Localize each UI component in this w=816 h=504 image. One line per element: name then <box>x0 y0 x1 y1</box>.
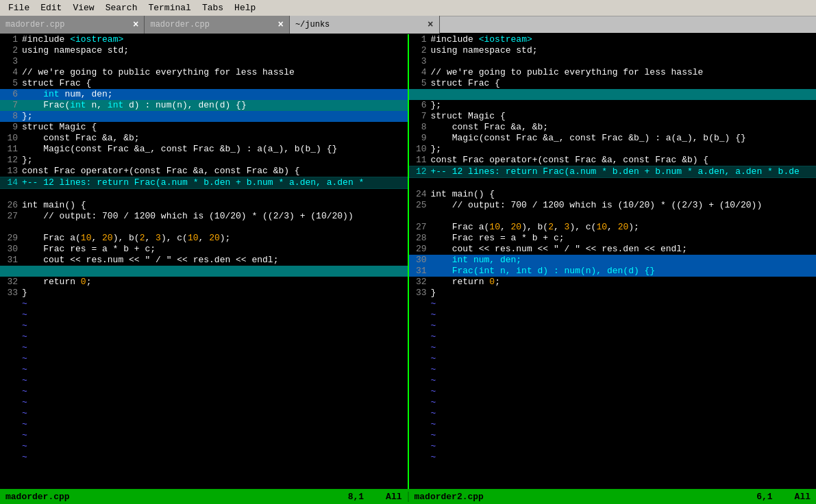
table-row: 3 <box>0 56 408 67</box>
table-row: ~ <box>409 419 817 430</box>
table-row: 10 const Frac &a, &b; <box>0 133 408 144</box>
table-row: ~ <box>409 430 817 441</box>
left-mode: All <box>386 492 401 502</box>
menu-help[interactable]: Help <box>229 1 261 14</box>
table-row: ~ <box>409 375 817 386</box>
left-status: madorder.cpp 8,1 All <box>0 492 409 502</box>
table-row <box>0 266 408 277</box>
table-row: ~ <box>0 408 408 419</box>
table-row: 13const Frac operator+(const Frac &a, co… <box>0 166 408 177</box>
table-row <box>409 211 817 222</box>
menu-view[interactable]: View <box>67 1 99 14</box>
table-row <box>409 178 817 189</box>
table-row: 11 Magic(const Frac &a_, const Frac &b_)… <box>0 144 408 155</box>
table-row: 31 Frac(int n, int d) : num(n), den(d) {… <box>409 266 817 277</box>
tab-2-close[interactable]: × <box>277 20 283 29</box>
table-row: 12+-- 12 lines: return Frac(a.num * b.de… <box>409 166 817 178</box>
right-code-area[interactable]: 1#include <iostream> 2using namespace st… <box>409 34 817 489</box>
menu-edit[interactable]: Edit <box>35 1 67 14</box>
table-row: ~ <box>0 375 408 386</box>
left-pos-spacer: 8,1 <box>348 492 364 502</box>
tab-3[interactable]: ~/junks × <box>290 16 440 34</box>
right-status: madorder2.cpp 6,1 All <box>409 492 817 502</box>
tab-2-title: madorder.cpp <box>150 20 273 29</box>
table-row: 2using namespace std; <box>409 45 817 56</box>
table-row: 14+-- 12 lines: return Frac(a.num * b.de… <box>0 177 408 189</box>
tab-1[interactable]: madorder.cpp × <box>0 16 145 34</box>
right-pane: 1#include <iostream> 2using namespace st… <box>409 34 817 489</box>
left-pane: 1#include <iostream> 2using namespace st… <box>0 34 409 489</box>
right-pos-spacer: 6,1 <box>756 492 772 502</box>
table-row: ~ <box>409 397 817 408</box>
table-row: 4// we're going to public everything for… <box>409 67 817 78</box>
table-row: ~ <box>409 386 817 397</box>
table-row: 32 return 0; <box>0 277 408 288</box>
left-code-area[interactable]: 1#include <iostream> 2using namespace st… <box>0 34 408 489</box>
tab-1-close[interactable]: × <box>133 20 138 29</box>
table-row: ~ <box>409 353 817 364</box>
table-row: 5struct Frac { <box>0 78 408 89</box>
table-row: 27 // output: 700 / 1200 which is (10/20… <box>0 211 408 222</box>
table-row: ~ <box>409 342 817 353</box>
table-row: 29 cout << res.num << " / " << res.den <… <box>409 244 817 255</box>
table-row <box>0 189 408 200</box>
table-row: 32 return 0; <box>409 277 817 288</box>
table-row: ~ <box>0 342 408 353</box>
table-row: 33} <box>0 288 408 299</box>
table-row: 31 cout << res.num << " / " << res.den <… <box>0 255 408 266</box>
menu-search[interactable]: Search <box>100 1 143 14</box>
table-row: ~ <box>409 441 817 452</box>
left-filename: madorder.cpp <box>5 492 70 502</box>
table-row: 33} <box>409 288 817 299</box>
table-row: 30 Frac res = a * b + c; <box>0 244 408 255</box>
table-row: 29 Frac a(10, 20), b(2, 3), c(10, 20); <box>0 233 408 244</box>
table-row: 1#include <iostream> <box>409 34 817 45</box>
table-row: 25 // output: 700 / 1200 which is (10/20… <box>409 200 817 211</box>
table-row: 8}; <box>0 111 408 122</box>
table-row: 7struct Magic { <box>409 111 817 122</box>
tab-1-title: madorder.cpp <box>5 20 129 29</box>
table-row: 12}; <box>0 155 408 166</box>
table-row <box>0 222 408 233</box>
table-row: ~ <box>0 310 408 320</box>
table-row: ~ <box>0 419 408 430</box>
menubar: File Edit View Search Terminal Tabs Help <box>0 0 816 16</box>
table-row: 28 Frac res = a * b + c; <box>409 233 817 244</box>
tab-3-title: ~/junks <box>295 20 423 29</box>
table-row: ~ <box>409 452 817 463</box>
table-row: ~ <box>409 331 817 342</box>
table-row: ~ <box>0 364 408 375</box>
tabbar: madorder.cpp × madorder.cpp × ~/junks × <box>0 16 816 34</box>
table-row: ~ <box>409 310 817 320</box>
table-row: ~ <box>409 299 817 310</box>
menu-file[interactable]: File <box>3 1 35 14</box>
table-row: ~ <box>0 397 408 408</box>
editor-container: 1#include <iostream> 2using namespace st… <box>0 34 816 489</box>
table-row: ~ <box>409 320 817 331</box>
table-row: ~ <box>0 386 408 397</box>
menu-tabs[interactable]: Tabs <box>197 1 229 14</box>
table-row: 9 Magic(const Frac &a_, const Frac &b_) … <box>409 133 817 144</box>
table-row: 10}; <box>409 144 817 155</box>
table-row: 26int main() { <box>0 200 408 211</box>
table-row: 7 Frac(int n, int d) : num(n), den(d) {} <box>0 100 408 111</box>
table-row: ~ <box>0 430 408 441</box>
table-row: 30 int num, den; <box>409 255 817 266</box>
table-row: ~ <box>0 331 408 342</box>
table-row: 6 int num, den; <box>0 89 408 100</box>
table-row: ~ <box>409 408 817 419</box>
table-row: ~ <box>409 364 817 375</box>
table-row: ~ <box>0 441 408 452</box>
menu-terminal[interactable]: Terminal <box>143 1 196 14</box>
table-row: ~ <box>0 353 408 364</box>
right-filename: madorder2.cpp <box>415 492 484 502</box>
table-row: 8 const Frac &a, &b; <box>409 122 817 133</box>
table-row: 6}; <box>409 100 817 111</box>
right-mode: All <box>795 492 811 502</box>
table-row: 9struct Magic { <box>0 122 408 133</box>
tab-2[interactable]: madorder.cpp × <box>145 16 289 34</box>
table-row: 24int main() { <box>409 189 817 200</box>
table-row: 5struct Frac { <box>409 78 817 89</box>
table-row: 3 <box>409 56 817 67</box>
tab-3-close[interactable]: × <box>428 20 433 29</box>
